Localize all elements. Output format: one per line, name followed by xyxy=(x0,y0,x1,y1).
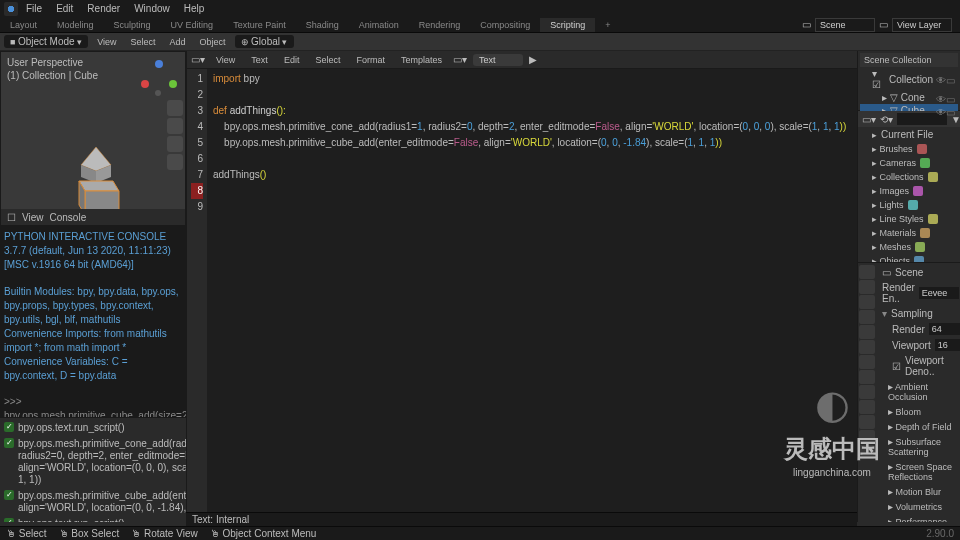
text-datablock-icon[interactable]: ▭▾ xyxy=(453,54,467,65)
outliner-cone[interactable]: ▸ ▽ Cone👁▭ xyxy=(860,91,958,104)
menu-file[interactable]: File xyxy=(20,1,48,16)
text-name-input[interactable] xyxy=(473,54,523,66)
outliner[interactable]: Scene Collection ▾ ☑ Collection👁▭ ▸ ▽ Co… xyxy=(858,51,960,111)
code-editor[interactable]: 123456789 import bpy def addThings(): bp… xyxy=(187,69,857,522)
editor-text[interactable]: Text xyxy=(246,54,273,66)
tab-animation[interactable]: Animation xyxy=(349,18,409,32)
fb-item[interactable]: ▸ Materials xyxy=(858,226,960,240)
outliner-collection[interactable]: ▾ ☑ Collection👁▭ xyxy=(860,67,958,91)
viewlayer-tab-icon[interactable] xyxy=(859,295,875,309)
editor-select[interactable]: Select xyxy=(310,54,345,66)
menu-render[interactable]: Render xyxy=(81,1,126,16)
top-menu-bar: File Edit Render Window Help xyxy=(0,0,960,17)
render-tab-icon[interactable] xyxy=(859,265,875,279)
axis-neg-icon[interactable] xyxy=(155,90,161,96)
header-select[interactable]: Select xyxy=(126,36,161,48)
constraint-tab-icon[interactable] xyxy=(859,400,875,414)
fb-current-file[interactable]: ▸ Current File xyxy=(858,127,960,142)
render-engine-row[interactable]: Render En.. xyxy=(878,280,958,306)
fb-item[interactable]: ▸ Objects xyxy=(858,254,960,262)
props-section[interactable]: ▸ Subsurface Scattering xyxy=(878,434,958,459)
camera-icon[interactable] xyxy=(167,136,183,152)
props-section[interactable]: ▸ Volumetrics xyxy=(878,499,958,514)
render-samples[interactable]: Render xyxy=(878,321,958,337)
viewlayer-input[interactable] xyxy=(892,18,952,32)
viewport-geometry[interactable] xyxy=(71,147,121,217)
tab-shading[interactable]: Shading xyxy=(296,18,349,32)
view-menu[interactable]: View xyxy=(22,212,44,223)
info-line: ✓bpy.ops.text.run_script() xyxy=(2,516,184,522)
svg-marker-3 xyxy=(79,181,119,191)
particle-tab-icon[interactable] xyxy=(859,370,875,384)
run-script-icon[interactable]: ▶ xyxy=(529,54,537,65)
fb-item[interactable]: ▸ Brushes xyxy=(858,142,960,156)
fb-item[interactable]: ▸ Lights xyxy=(858,198,960,212)
nav-gizmo[interactable] xyxy=(139,58,179,98)
fb-item[interactable]: ▸ Images xyxy=(858,184,960,198)
tab-uv[interactable]: UV Editing xyxy=(161,18,224,32)
object-tab-icon[interactable] xyxy=(859,340,875,354)
fb-item[interactable]: ▸ Meshes xyxy=(858,240,960,254)
material-tab-icon[interactable] xyxy=(859,430,875,444)
editor-format[interactable]: Format xyxy=(351,54,390,66)
tab-layout[interactable]: Layout xyxy=(0,18,47,32)
console-imports: Convenience Imports: from mathutils impo… xyxy=(4,327,182,355)
fb-item[interactable]: ▸ Cameras xyxy=(858,156,960,170)
props-section[interactable]: ▸ Depth of Field xyxy=(878,419,958,434)
sampling-section[interactable]: ▾ Sampling xyxy=(878,306,958,321)
menu-help[interactable]: Help xyxy=(178,1,211,16)
viewport-samples[interactable]: Viewport xyxy=(878,337,958,353)
console-toggle-icon[interactable]: ☐ xyxy=(7,212,16,223)
mode-dropdown[interactable]: ■ Object Mode ▾ xyxy=(4,35,88,48)
header-object[interactable]: Object xyxy=(195,36,231,48)
tab-add[interactable]: + xyxy=(595,18,620,32)
tab-modeling[interactable]: Modeling xyxy=(47,18,104,32)
menu-edit[interactable]: Edit xyxy=(50,1,79,16)
pan-icon[interactable] xyxy=(167,118,183,134)
header-view[interactable]: View xyxy=(92,36,121,48)
scene-name-input[interactable] xyxy=(815,18,875,32)
props-section[interactable]: ▸ Motion Blur xyxy=(878,484,958,499)
world-tab-icon[interactable] xyxy=(859,325,875,339)
editor-edit[interactable]: Edit xyxy=(279,54,305,66)
scene-tab-icon[interactable] xyxy=(859,310,875,324)
output-tab-icon[interactable] xyxy=(859,280,875,294)
python-console[interactable]: PYTHON INTERACTIVE CONSOLE 3.7.7 (defaul… xyxy=(0,226,186,417)
tab-sculpting[interactable]: Sculpting xyxy=(104,18,161,32)
menu-window[interactable]: Window xyxy=(128,1,176,16)
tab-texture[interactable]: Texture Paint xyxy=(223,18,296,32)
orientation-dropdown[interactable]: ⊕ Global ▾ xyxy=(235,35,294,48)
axis-z-icon[interactable] xyxy=(155,60,163,68)
props-section[interactable]: ▸ Bloom xyxy=(878,404,958,419)
fb-item[interactable]: ▸ Line Styles xyxy=(858,212,960,226)
editor-view[interactable]: View xyxy=(211,54,240,66)
tab-scripting[interactable]: Scripting xyxy=(540,18,595,32)
header-add[interactable]: Add xyxy=(165,36,191,48)
props-section[interactable]: ▸ Screen Space Reflections xyxy=(878,459,958,484)
props-section[interactable]: ▸ Performance xyxy=(878,514,958,522)
data-tab-icon[interactable] xyxy=(859,415,875,429)
display-mode-icon[interactable]: ⟲▾ xyxy=(880,114,893,125)
zoom-icon[interactable] xyxy=(167,100,183,116)
info-line: ✓bpy.ops.mesh.primitive_cube_add(enter_e… xyxy=(2,488,184,516)
editor-type-icon[interactable]: ▭▾ xyxy=(191,54,205,65)
workspace-tabs: Layout Modeling Sculpting UV Editing Tex… xyxy=(0,17,960,33)
ortho-icon[interactable] xyxy=(167,154,183,170)
code-content[interactable]: import bpy def addThings(): bpy.ops.mesh… xyxy=(207,69,857,522)
axis-x-icon[interactable] xyxy=(141,80,149,88)
console-menu[interactable]: Console xyxy=(50,212,87,223)
physics-tab-icon[interactable] xyxy=(859,385,875,399)
tab-compositing[interactable]: Compositing xyxy=(470,18,540,32)
denoise-check[interactable]: ☑ Viewport Deno.. xyxy=(878,353,958,379)
axis-y-icon[interactable] xyxy=(169,80,177,88)
editor-templates[interactable]: Templates xyxy=(396,54,447,66)
3d-viewport[interactable]: User Perspective (1) Collection | Cube xyxy=(0,51,186,226)
fb-item[interactable]: ▸ Collections xyxy=(858,170,960,184)
file-browser: ▭▾ ⟲▾ ▼ ▸ Current File ▸ Brushes ▸ Camer… xyxy=(858,111,960,262)
mouse-select-hint: 🖱 Select xyxy=(6,528,47,539)
texture-tab-icon[interactable] xyxy=(859,445,875,459)
modifier-tab-icon[interactable] xyxy=(859,355,875,369)
props-section[interactable]: ▸ Ambient Occlusion xyxy=(878,379,958,404)
tab-rendering[interactable]: Rendering xyxy=(409,18,471,32)
fb-type-icon[interactable]: ▭▾ xyxy=(862,114,876,125)
